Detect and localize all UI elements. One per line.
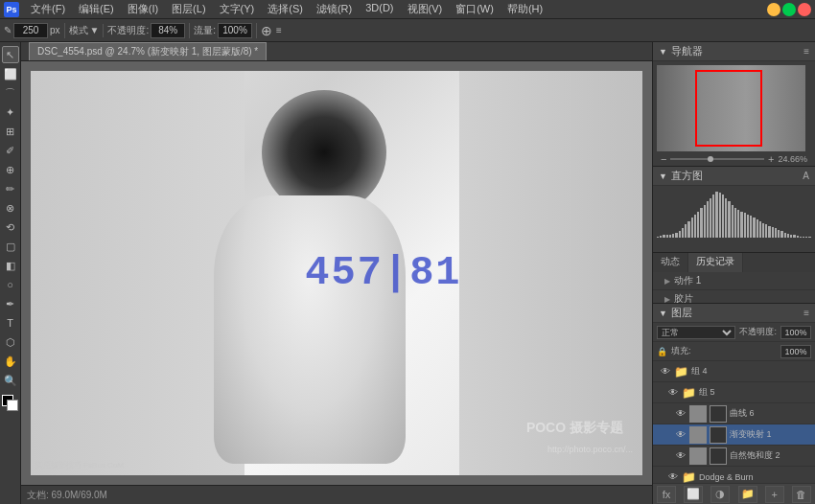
layers-bottom-toolbar: fx ⬜ ◑ 📁 + 🗑 xyxy=(653,483,815,504)
fill-input[interactable] xyxy=(780,345,811,358)
layer-mask-thumbnail xyxy=(710,426,727,444)
menu-help[interactable]: 帮助(H) xyxy=(501,1,548,17)
zoom-slider[interactable] xyxy=(670,158,764,160)
photo-canvas[interactable]: 457|81 POCO 摄影专题 http://photo.poco.cn/..… xyxy=(31,71,642,475)
menu-window[interactable]: 窗口(W) xyxy=(450,1,500,17)
mode-dropdown-icon[interactable]: ▼ xyxy=(90,25,100,35)
canvas-tab: DSC_4554.psd @ 24.7% (新变映射 1, 图层蒙版/8) * xyxy=(21,42,652,61)
brush-tool-group: ✎ px xyxy=(4,23,65,38)
eyedropper-tool[interactable]: ✐ xyxy=(2,142,19,159)
lasso-tool[interactable]: ⌒ xyxy=(2,84,19,102)
layer-name-label: 渐变映射 1 xyxy=(730,428,811,441)
menu-view[interactable]: 视图(V) xyxy=(402,1,449,17)
zoom-tool[interactable]: 🔍 xyxy=(2,372,19,389)
layer-row[interactable]: 👁自然饱和度 2 xyxy=(653,446,815,467)
brush-size-input[interactable] xyxy=(13,23,48,38)
menu-items: 文件(F) 编辑(E) 图像(I) 图层(L) 文字(Y) 选择(S) 滤镜(R… xyxy=(25,1,548,17)
history-item[interactable]: ▶动作 1 xyxy=(653,272,815,290)
layer-row[interactable]: 👁渐变映射 1 xyxy=(653,424,815,446)
layer-new-button[interactable]: + xyxy=(765,486,784,503)
layer-visibility-toggle[interactable]: 👁 xyxy=(675,450,687,462)
layer-thumbnail xyxy=(689,426,707,444)
layer-mask-button[interactable]: ⬜ xyxy=(684,486,703,503)
layer-visibility-toggle[interactable]: 👁 xyxy=(667,471,679,483)
layer-visibility-toggle[interactable]: 👁 xyxy=(667,387,679,399)
dodge-tool[interactable]: ○ xyxy=(2,276,19,293)
menu-image[interactable]: 图像(I) xyxy=(122,1,164,17)
menu-layer[interactable]: 图层(L) xyxy=(166,1,211,17)
healing-brush-tool[interactable]: ⊕ xyxy=(2,161,19,178)
crop-tool[interactable]: ⊞ xyxy=(2,123,19,140)
layer-adjustment-button[interactable]: ◑ xyxy=(710,486,730,503)
tab-history[interactable]: 历史记录 xyxy=(688,253,743,272)
layer-delete-button[interactable]: 🗑 xyxy=(792,486,811,503)
layer-visibility-toggle[interactable]: 👁 xyxy=(675,408,687,420)
zoom-handle xyxy=(708,156,713,162)
layers-arrow: ▼ xyxy=(659,309,667,318)
magic-wand-tool[interactable]: ✦ xyxy=(2,103,19,121)
marquee-tool[interactable]: ⬜ xyxy=(2,65,19,82)
layer-thumbnail xyxy=(689,447,707,465)
gradient-tool[interactable]: ◧ xyxy=(2,257,19,274)
mode-group: 模式 ▼ xyxy=(69,24,105,37)
layers-menu[interactable]: ≡ xyxy=(803,308,809,318)
color-swatches[interactable] xyxy=(2,395,19,412)
mode-label: 模式 xyxy=(69,24,88,37)
menu-edit[interactable]: 编辑(E) xyxy=(73,1,120,17)
flow-group: 流量: xyxy=(194,23,257,38)
path-tool[interactable]: ⬡ xyxy=(2,333,19,351)
histogram-arrow: ▼ xyxy=(659,172,667,181)
move-tool[interactable]: ↖ xyxy=(2,46,19,63)
blend-mode-select[interactable]: 正常溶解变暗正片叠底 xyxy=(657,326,735,339)
opacity-group: 不透明度: xyxy=(107,23,190,38)
layer-visibility-toggle[interactable]: 👁 xyxy=(675,429,687,441)
menu-text[interactable]: 文字(Y) xyxy=(214,1,261,17)
main-layout: ↖ ⬜ ⌒ ✦ ⊞ ✐ ⊕ ✏ ⊗ ⟲ ▢ ◧ ○ ✒ T ⬡ ✋ 🔍 DSC_… xyxy=(0,42,815,504)
hand-tool[interactable]: ✋ xyxy=(2,353,19,370)
layers-header[interactable]: ▼ 图层 ≡ xyxy=(653,304,815,323)
navigator-header[interactable]: ▼ 导航器 ≡ xyxy=(653,42,815,61)
menu-filter[interactable]: 滤镜(R) xyxy=(311,1,358,17)
opacity-prop-input[interactable] xyxy=(780,326,811,339)
menu-file[interactable]: 文件(F) xyxy=(25,1,71,17)
layer-row[interactable]: 👁📁组 4 xyxy=(653,361,815,382)
tab-actions[interactable]: 动态 xyxy=(653,253,688,272)
body-area xyxy=(214,195,406,464)
flow-input[interactable] xyxy=(218,23,252,38)
maximize-button[interactable] xyxy=(782,3,796,16)
layer-row[interactable]: 👁📁Dodge & Burn xyxy=(653,467,815,483)
history-item[interactable]: ▶胶片 xyxy=(653,290,815,303)
layer-name-label: 组 4 xyxy=(691,365,811,378)
zoom-out-button[interactable]: − xyxy=(661,153,666,165)
layer-row[interactable]: 👁📁组 5 xyxy=(653,382,815,403)
layer-fx-button[interactable]: fx xyxy=(657,486,676,503)
zoom-in-button[interactable]: + xyxy=(768,153,774,165)
eraser-tool[interactable]: ▢ xyxy=(2,238,19,255)
nav-thumbnail[interactable] xyxy=(657,65,805,151)
clone-stamp-tool[interactable]: ⊗ xyxy=(2,199,19,217)
menu-select[interactable]: 选择(S) xyxy=(262,1,309,17)
zoom-percent: 24.66% xyxy=(778,154,807,164)
layer-row[interactable]: 👁曲线 6 xyxy=(653,403,815,424)
text-tool[interactable]: T xyxy=(2,314,19,332)
history-brush-tool[interactable]: ⟲ xyxy=(2,218,19,236)
toolbox: ↖ ⬜ ⌒ ✦ ⊞ ✐ ⊕ ✏ ⊗ ⟲ ▢ ◧ ○ ✒ T ⬡ ✋ 🔍 xyxy=(0,42,21,504)
opacity-label: 不透明度: xyxy=(107,24,149,37)
menu-3d[interactable]: 3D(D) xyxy=(360,1,399,17)
navigator-collapse[interactable]: ≡ xyxy=(803,46,809,57)
layer-group-button[interactable]: 📁 xyxy=(738,486,757,503)
close-button[interactable] xyxy=(798,3,811,16)
options-icon[interactable]: ≡ xyxy=(276,25,282,35)
opacity-input[interactable] xyxy=(151,23,185,38)
brush-tool[interactable]: ✏ xyxy=(2,180,19,197)
airbrush-icon[interactable]: ⊕ xyxy=(261,23,272,38)
histogram-channel: A xyxy=(803,171,809,181)
history-panel: 动态 历史记录 ▶动作 1▶胶片▶schaif▶auto1▶autoskin c… xyxy=(653,253,815,303)
pen-tool[interactable]: ✒ xyxy=(2,295,19,312)
minimize-button[interactable] xyxy=(767,3,780,16)
app-icon: Ps xyxy=(4,2,19,17)
navigator-content: − + 24.66% xyxy=(653,61,815,171)
fill-label: 填充: xyxy=(671,345,777,357)
canvas-tab-label[interactable]: DSC_4554.psd @ 24.7% (新变映射 1, 图层蒙版/8) * xyxy=(29,42,267,60)
layer-visibility-toggle[interactable]: 👁 xyxy=(660,366,671,378)
